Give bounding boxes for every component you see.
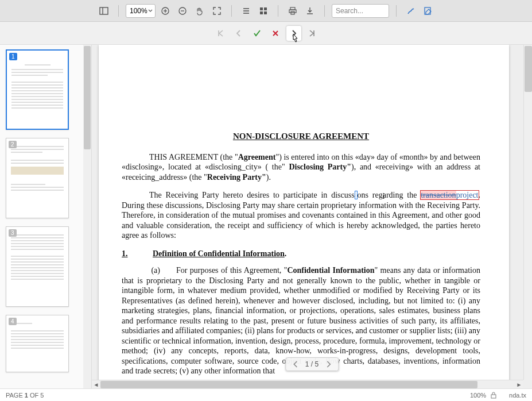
- zoom-status: 100%: [470, 392, 486, 399]
- first-change-button[interactable]: [213, 26, 228, 41]
- accept-change-button[interactable]: [250, 26, 265, 41]
- thumbnail-number: 3: [9, 229, 17, 237]
- download-icon: [305, 6, 314, 16]
- grid-view-button[interactable]: [256, 3, 271, 18]
- lines-icon: [242, 6, 251, 16]
- svg-rect-10: [260, 7, 263, 10]
- svg-rect-18: [491, 395, 496, 398]
- thumbnail-sidebar: 1 2 3: [0, 45, 92, 388]
- grid-icon: [259, 6, 268, 16]
- status-bar: PAGE 1 OF 5 100% nda.tx: [0, 388, 532, 401]
- vertical-scrollbar[interactable]: [523, 45, 532, 380]
- svg-rect-12: [260, 11, 263, 14]
- last-icon: [308, 29, 316, 37]
- edit-button[interactable]: [421, 3, 436, 18]
- svg-rect-0: [100, 7, 108, 14]
- fullscreen-button[interactable]: [209, 3, 224, 18]
- hand-tool-button[interactable]: [192, 3, 207, 18]
- zoom-select[interactable]: 100%: [126, 4, 156, 18]
- page-thumbnail-4[interactable]: 4: [6, 315, 69, 372]
- separator: [118, 5, 119, 17]
- svg-rect-14: [290, 7, 295, 10]
- reject-change-button[interactable]: [268, 26, 283, 41]
- lock-icon: [491, 392, 496, 399]
- paragraph-2: The Receiving Party hereto desires to pa…: [122, 190, 480, 241]
- first-icon: [216, 29, 224, 37]
- hand-icon: [195, 6, 204, 16]
- print-icon: [288, 6, 297, 16]
- zoom-out-button[interactable]: [175, 3, 190, 18]
- chevron-right-icon: [290, 29, 298, 37]
- thumbnail-number: 1: [9, 53, 17, 60]
- page-next-button[interactable]: [323, 361, 333, 368]
- scroll-left-button[interactable]: ◄: [92, 380, 100, 388]
- page-status: PAGE 1 OF 5: [6, 392, 44, 399]
- expand-icon: [212, 6, 222, 16]
- section-1-heading: 1. Definition of Confidential Informatio…: [122, 249, 480, 259]
- next-change-button[interactable]: [286, 26, 301, 41]
- x-icon: [271, 29, 279, 37]
- zoom-value: 100%: [130, 7, 147, 15]
- document-viewer: NON-DISCLOSURE AGREEMENT THIS AGREEMENT …: [92, 45, 532, 388]
- separator: [231, 5, 232, 17]
- paragraph-1: THIS AGREEMENT (the "Agreement") is ente…: [122, 152, 480, 183]
- svg-rect-11: [264, 7, 267, 10]
- chevron-left-icon: [235, 29, 243, 37]
- panel-icon: [99, 6, 108, 16]
- chevron-left-icon: [293, 361, 298, 368]
- separator: [396, 5, 397, 17]
- svg-rect-13: [264, 11, 267, 14]
- prev-change-button[interactable]: [231, 26, 246, 41]
- document-title: NON-DISCLOSURE AGREEMENT: [122, 131, 480, 142]
- page-thumbnail-2[interactable]: 2: [6, 138, 69, 218]
- last-change-button[interactable]: [305, 26, 320, 41]
- continuous-view-button[interactable]: [239, 3, 254, 18]
- sidebar-scrollbar[interactable]: [83, 45, 91, 388]
- top-toolbar: 100%: [0, 0, 532, 22]
- check-icon: [253, 29, 262, 38]
- page-prev-button[interactable]: [290, 361, 301, 368]
- search-input[interactable]: Search...: [332, 4, 389, 18]
- page-navigator: 1 / 5: [285, 357, 339, 371]
- download-button[interactable]: [302, 3, 317, 18]
- zoom-in-button[interactable]: [158, 3, 173, 18]
- page-thumbnail-3[interactable]: 3: [6, 226, 69, 307]
- edit-icon: [424, 6, 433, 16]
- search-placeholder: Search...: [336, 7, 363, 15]
- horizontal-scrollbar[interactable]: ◄ ►: [92, 380, 523, 388]
- separator: [324, 5, 325, 17]
- thumbnail-number: 2: [9, 141, 17, 148]
- page-thumbnail-1[interactable]: 1: [6, 49, 69, 130]
- filename-status: nda.tx: [509, 392, 526, 399]
- page-indicator: 1 / 5: [305, 360, 319, 368]
- main-area: 1 2 3: [0, 45, 532, 388]
- print-button[interactable]: [285, 3, 300, 18]
- plus-circle-icon: [161, 6, 170, 16]
- sign-button[interactable]: [403, 3, 418, 18]
- track-changes-toolbar: [0, 22, 532, 45]
- tracked-change[interactable]: transactionproject: [421, 191, 478, 199]
- minus-circle-icon: [178, 6, 187, 16]
- document-page: NON-DISCLOSURE AGREEMENT THIS AGREEMENT …: [99, 45, 509, 388]
- scroll-right-button[interactable]: ►: [515, 380, 523, 388]
- separator: [278, 5, 278, 17]
- thumbnail-number: 4: [9, 318, 17, 325]
- chevron-down-icon: [148, 9, 153, 13]
- chevron-right-icon: [325, 361, 331, 368]
- pen-icon: [406, 6, 415, 16]
- toggle-sidebar-button[interactable]: [96, 3, 111, 18]
